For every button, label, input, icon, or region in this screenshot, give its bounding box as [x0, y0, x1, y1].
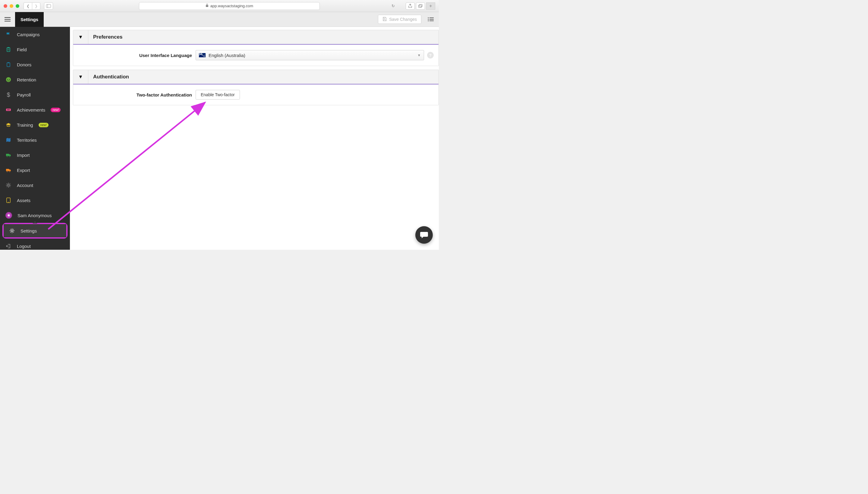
close-window-icon[interactable]: [4, 4, 7, 8]
lock-icon: [205, 4, 209, 8]
sidebar-item-payroll[interactable]: $ Payroll: [0, 87, 70, 102]
language-select[interactable]: English (Australia) ▼: [196, 50, 424, 60]
sidebar-toggle-button[interactable]: [44, 2, 53, 10]
sidebar-item-field[interactable]: Field: [0, 42, 70, 57]
svg-rect-3: [419, 5, 422, 7]
help-icon[interactable]: ?: [427, 52, 434, 58]
svg-point-12: [428, 20, 429, 21]
new-badge: new!: [39, 123, 48, 127]
svg-rect-19: [7, 62, 9, 63]
svg-rect-0: [46, 4, 51, 7]
back-button[interactable]: ❮: [23, 2, 32, 10]
svg-point-8: [428, 18, 429, 18]
svg-point-30: [7, 171, 8, 172]
new-tab-button[interactable]: +: [426, 2, 435, 10]
panel-title: Authentication: [88, 74, 129, 80]
nav-buttons: ❮ ❯: [23, 2, 40, 10]
svg-point-32: [7, 184, 9, 186]
sidebar-item-import[interactable]: Import: [0, 148, 70, 163]
list-view-button[interactable]: [426, 14, 436, 24]
flag-au-icon: [199, 53, 205, 57]
sidebar-item-training[interactable]: Training new!: [0, 117, 70, 132]
enable-twofa-button[interactable]: Enable Two-factor: [196, 90, 240, 99]
gear-icon: [5, 182, 12, 188]
svg-rect-18: [7, 63, 10, 66]
app-topbar: Settings Save Changes: [0, 12, 439, 27]
authentication-panel: ▼ Authentication Two-factor Authenticati…: [73, 70, 439, 105]
tabs-button[interactable]: [416, 2, 425, 10]
svg-point-21: [7, 79, 8, 80]
save-button[interactable]: Save Changes: [378, 15, 421, 24]
svg-point-34: [8, 202, 9, 202]
chat-icon: [420, 231, 428, 239]
map-icon: [5, 137, 12, 143]
sidebar-item-account[interactable]: Account: [0, 178, 70, 193]
annotation-highlight: Settings: [2, 223, 67, 239]
svg-rect-4: [419, 4, 422, 7]
url-text: app.waysactstaging.com: [210, 4, 253, 8]
sidebar-item-export[interactable]: Export: [0, 163, 70, 178]
svg-point-10: [428, 19, 429, 20]
share-button[interactable]: [406, 2, 415, 10]
svg-point-35: [11, 230, 13, 232]
truck-icon: [5, 167, 12, 173]
sidebar-item-retention[interactable]: Retention: [0, 72, 70, 87]
maximize-window-icon[interactable]: [16, 4, 19, 8]
panel-title: Preferences: [88, 34, 122, 40]
twofa-row: Two-factor Authentication Enable Two-fac…: [73, 88, 438, 101]
truck-icon: [5, 152, 12, 158]
forward-button[interactable]: ❯: [32, 2, 40, 10]
collapse-button[interactable]: ▼: [73, 30, 88, 44]
content-area: ▼ Preferences User Interface Language En…: [70, 27, 439, 250]
twofa-label: Two-factor Authentication: [78, 92, 196, 97]
clipboard-icon: [5, 61, 12, 68]
graduation-icon: [5, 122, 12, 128]
svg-point-20: [6, 77, 11, 82]
face-icon: [5, 77, 12, 83]
sidebar-item-logout[interactable]: Logout: [0, 239, 70, 250]
language-label: User Interface Language: [78, 53, 196, 58]
sidebar-item-achievements[interactable]: Achievements new!: [0, 102, 70, 117]
menu-button[interactable]: [0, 12, 15, 27]
svg-point-28: [9, 156, 10, 157]
svg-rect-24: [7, 109, 8, 110]
reload-icon[interactable]: ↻: [392, 4, 395, 8]
authentication-header[interactable]: ▼ Authentication: [73, 70, 438, 84]
badge-icon: [5, 107, 12, 113]
preferences-header[interactable]: ▼ Preferences: [73, 30, 438, 45]
url-bar[interactable]: app.waysactstaging.com ↻: [139, 2, 320, 10]
svg-point-31: [9, 171, 10, 172]
chevron-down-icon: ▼: [78, 74, 83, 80]
preferences-panel: ▼ Preferences User Interface Language En…: [73, 30, 439, 66]
sidebar-item-user[interactable]: Sam Anonymous: [0, 208, 70, 223]
sidebar-item-donors[interactable]: Donors: [0, 57, 70, 72]
browser-chrome: ❮ ❯ app.waysactstaging.com ↻ +: [0, 0, 439, 12]
svg-rect-2: [206, 5, 208, 7]
clipboard-icon: [5, 46, 12, 53]
tablet-icon: [5, 197, 12, 203]
tab-settings[interactable]: Settings: [15, 12, 44, 27]
flag-icon: [5, 31, 12, 37]
new-badge: new!: [51, 108, 61, 112]
logout-icon: [5, 243, 12, 249]
svg-rect-14: [7, 48, 10, 52]
save-icon: [382, 17, 387, 22]
sidebar-item-territories[interactable]: Territories: [0, 132, 70, 148]
chevron-down-icon: ▼: [78, 34, 83, 40]
svg-rect-23: [6, 109, 11, 111]
chat-button[interactable]: [415, 226, 433, 244]
window-controls: [4, 4, 19, 8]
sidebar-item-campaigns[interactable]: Campaigns: [0, 27, 70, 42]
svg-point-27: [7, 156, 8, 157]
svg-point-22: [9, 79, 10, 80]
sidebar-item-settings[interactable]: Settings: [4, 224, 66, 238]
collapse-button[interactable]: ▼: [73, 70, 88, 84]
sidebar-item-assets[interactable]: Assets: [0, 193, 70, 208]
avatar-icon: [5, 212, 12, 218]
chevron-down-icon: ▼: [417, 53, 421, 57]
dollar-icon: $: [5, 92, 12, 98]
sidebar: Campaigns Field Donors Retention $ Payro…: [0, 27, 70, 250]
svg-rect-25: [9, 109, 9, 110]
gear-icon: [9, 228, 15, 234]
minimize-window-icon[interactable]: [9, 4, 13, 8]
